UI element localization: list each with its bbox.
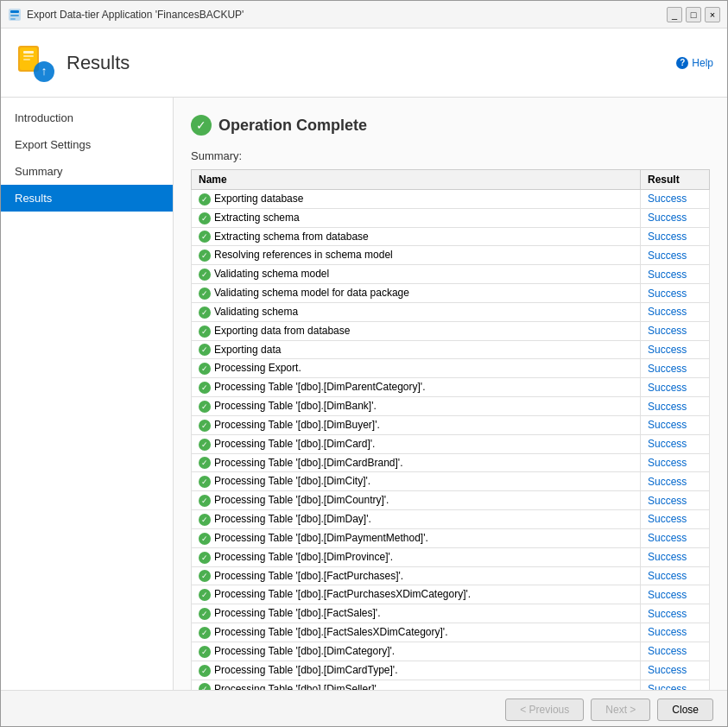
title-bar-controls: _ □ × — [667, 7, 720, 22]
row-result[interactable]: Success — [641, 397, 710, 416]
table-row: Validating schemaSuccess — [192, 302, 710, 321]
sidebar-item-introduction[interactable]: Introduction — [1, 104, 173, 131]
result-link[interactable]: Success — [648, 363, 687, 375]
table-row: Processing Table '[dbo].[FactPurchases]'… — [192, 566, 710, 585]
success-icon — [199, 420, 211, 432]
result-link[interactable]: Success — [648, 532, 687, 544]
result-link[interactable]: Success — [648, 212, 687, 224]
row-result[interactable]: Success — [641, 227, 710, 246]
result-link[interactable]: Success — [648, 570, 687, 582]
app-title-icon — [8, 8, 22, 22]
result-link[interactable]: Success — [648, 664, 687, 676]
result-link[interactable]: Success — [648, 288, 687, 300]
row-result[interactable]: Success — [641, 491, 710, 510]
table-header-row: Name Result — [192, 170, 710, 190]
result-link[interactable]: Success — [648, 344, 687, 356]
row-name: Extracting schema from database — [192, 227, 641, 246]
row-name: Exporting database — [192, 190, 641, 209]
maximize-button[interactable]: □ — [686, 7, 701, 22]
success-icon — [199, 307, 211, 319]
result-link[interactable]: Success — [648, 250, 687, 262]
result-link[interactable]: Success — [648, 551, 687, 563]
table-row: Processing Table '[dbo].[DimProvince]'.S… — [192, 547, 710, 566]
table-row: Processing Table '[dbo].[DimBank]'.Succe… — [192, 397, 710, 416]
row-result[interactable]: Success — [641, 284, 710, 303]
row-result[interactable]: Success — [641, 528, 710, 547]
row-result[interactable]: Success — [641, 340, 710, 359]
row-name: Processing Table '[dbo].[FactPurchases]'… — [192, 566, 641, 585]
row-result[interactable]: Success — [641, 642, 710, 661]
sidebar-item-results[interactable]: Results — [1, 185, 173, 212]
table-row: Processing Table '[dbo].[DimSeller]'.Suc… — [192, 680, 710, 690]
table-row: Processing Table '[dbo].[DimDay]'.Succes… — [192, 510, 710, 529]
row-result[interactable]: Success — [641, 585, 710, 604]
sidebar-item-export-settings[interactable]: Export Settings — [1, 131, 173, 158]
row-name: Processing Table '[dbo].[DimProvince]'. — [192, 547, 641, 566]
result-link[interactable]: Success — [648, 193, 687, 205]
table-row: Processing Table '[dbo].[DimCardBrand]'.… — [192, 453, 710, 472]
row-result[interactable]: Success — [641, 623, 710, 642]
result-link[interactable]: Success — [648, 401, 687, 413]
row-result[interactable]: Success — [641, 661, 710, 680]
result-link[interactable]: Success — [648, 626, 687, 638]
result-link[interactable]: Success — [648, 419, 687, 431]
row-result[interactable]: Success — [641, 378, 710, 397]
sidebar-item-summary-label: Summary — [15, 165, 63, 178]
operation-complete-icon: ✓ — [191, 115, 212, 136]
minimize-button[interactable]: _ — [667, 7, 682, 22]
close-button[interactable]: × — [705, 7, 720, 22]
success-icon — [199, 570, 211, 582]
svg-text:↑: ↑ — [41, 64, 47, 78]
result-link[interactable]: Success — [648, 495, 687, 507]
help-link[interactable]: ? Help — [676, 57, 713, 69]
table-row: Validating schema modelSuccess — [192, 265, 710, 284]
row-result[interactable]: Success — [641, 265, 710, 284]
sidebar-item-summary[interactable]: Summary — [1, 158, 173, 185]
row-result[interactable]: Success — [641, 434, 710, 453]
row-name: Processing Table '[dbo].[DimBuyer]'. — [192, 415, 641, 434]
result-link[interactable]: Success — [648, 382, 687, 394]
row-name: Processing Table '[dbo].[DimCity]'. — [192, 472, 641, 491]
row-result[interactable]: Success — [641, 415, 710, 434]
table-row: Processing Table '[dbo].[FactPurchasesXD… — [192, 585, 710, 604]
result-link[interactable]: Success — [648, 306, 687, 318]
result-link[interactable]: Success — [648, 476, 687, 488]
svg-rect-1 — [10, 10, 19, 13]
result-link[interactable]: Success — [648, 683, 687, 690]
app-header-title: Results — [66, 52, 130, 74]
row-name: Exporting data from database — [192, 321, 641, 340]
row-result[interactable]: Success — [641, 604, 710, 623]
row-result[interactable]: Success — [641, 510, 710, 529]
row-result[interactable]: Success — [641, 321, 710, 340]
result-link[interactable]: Success — [648, 325, 687, 337]
close-button-footer[interactable]: Close — [657, 699, 713, 721]
next-button: Next > — [591, 699, 650, 721]
sidebar-item-export-settings-label: Export Settings — [15, 138, 91, 151]
results-table: Name Result Exporting databaseSuccessExt… — [191, 169, 710, 690]
row-result[interactable]: Success — [641, 547, 710, 566]
row-name: Processing Table '[dbo].[DimCountry]'. — [192, 491, 641, 510]
svg-rect-2 — [10, 15, 19, 16]
success-icon — [199, 212, 211, 224]
result-link[interactable]: Success — [648, 438, 687, 450]
result-link[interactable]: Success — [648, 513, 687, 525]
result-link[interactable]: Success — [648, 589, 687, 601]
row-name: Validating schema model — [192, 265, 641, 284]
previous-button[interactable]: < Previous — [505, 699, 584, 721]
result-link[interactable]: Success — [648, 269, 687, 281]
sidebar-item-results-label: Results — [15, 192, 52, 205]
row-name: Processing Table '[dbo].[FactSales]'. — [192, 604, 641, 623]
row-result[interactable]: Success — [641, 190, 710, 209]
row-result[interactable]: Success — [641, 246, 710, 265]
row-result[interactable]: Success — [641, 359, 710, 378]
row-result[interactable]: Success — [641, 208, 710, 227]
row-result[interactable]: Success — [641, 302, 710, 321]
row-result[interactable]: Success — [641, 453, 710, 472]
result-link[interactable]: Success — [648, 457, 687, 469]
result-link[interactable]: Success — [648, 645, 687, 657]
row-result[interactable]: Success — [641, 680, 710, 690]
result-link[interactable]: Success — [648, 608, 687, 620]
row-result[interactable]: Success — [641, 566, 710, 585]
result-link[interactable]: Success — [648, 231, 687, 243]
row-result[interactable]: Success — [641, 472, 710, 491]
